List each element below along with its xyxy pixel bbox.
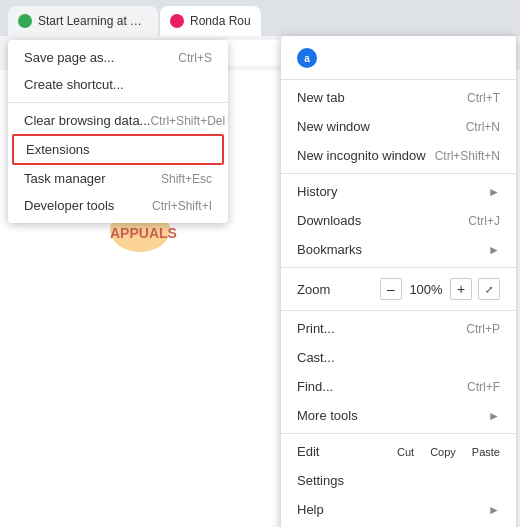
zoom-in-button[interactable]: +: [450, 278, 472, 300]
chrome-new-tab[interactable]: New tab Ctrl+T: [281, 83, 516, 112]
zoom-expand-button[interactable]: ⤢: [478, 278, 500, 300]
chrome-zoom: Zoom – 100% + ⤢: [281, 271, 516, 307]
paste-inline[interactable]: Paste: [472, 446, 500, 458]
chrome-settings[interactable]: Settings: [281, 466, 516, 495]
svg-text:APPUALS: APPUALS: [110, 225, 177, 241]
menu-divider-1: [8, 102, 228, 103]
tab-2-favicon: [170, 14, 184, 28]
chrome-divider-4: [281, 433, 516, 434]
context-create-shortcut[interactable]: Create shortcut...: [8, 71, 228, 98]
tab-1-favicon: [18, 14, 32, 28]
context-clear-browsing[interactable]: Clear browsing data... Ctrl+Shift+Del: [8, 107, 228, 134]
chrome-divider-0: [281, 79, 516, 80]
chrome-new-window[interactable]: New window Ctrl+N: [281, 112, 516, 141]
tab-2[interactable]: Ronda Rou: [160, 6, 261, 36]
chrome-divider-1: [281, 173, 516, 174]
context-menu: Save page as... Ctrl+S Create shortcut..…: [8, 40, 228, 223]
chrome-cast[interactable]: Cast...: [281, 343, 516, 372]
chrome-find[interactable]: Find... Ctrl+F: [281, 372, 516, 401]
chrome-print[interactable]: Print... Ctrl+P: [281, 314, 516, 343]
tab-bar: Start Learning at Tree Ronda Rou: [0, 0, 520, 36]
tab-1[interactable]: Start Learning at Tree: [8, 6, 158, 36]
chrome-help[interactable]: Help ►: [281, 495, 516, 524]
context-developer-tools[interactable]: Developer tools Ctrl+Shift+I: [8, 192, 228, 219]
context-extensions[interactable]: Extensions: [12, 134, 224, 165]
chrome-avatar: a: [297, 48, 317, 68]
copy-inline[interactable]: Copy: [430, 446, 456, 458]
chrome-more-tools[interactable]: More tools ►: [281, 401, 516, 430]
chrome-edit[interactable]: Edit Cut Copy Paste: [281, 437, 516, 466]
chrome-divider-3: [281, 310, 516, 311]
chrome-history[interactable]: History ►: [281, 177, 516, 206]
tab-2-label: Ronda Rou: [190, 14, 251, 28]
cut-inline[interactable]: Cut: [397, 446, 414, 458]
chrome-downloads[interactable]: Downloads Ctrl+J: [281, 206, 516, 235]
zoom-control: – 100% + ⤢: [380, 278, 500, 300]
context-task-manager[interactable]: Task manager Shift+Esc: [8, 165, 228, 192]
chrome-bookmarks[interactable]: Bookmarks ►: [281, 235, 516, 264]
chrome-menu: a New tab Ctrl+T New window Ctrl+N New i…: [281, 36, 516, 527]
chrome-divider-2: [281, 267, 516, 268]
context-save-page[interactable]: Save page as... Ctrl+S: [8, 44, 228, 71]
zoom-out-button[interactable]: –: [380, 278, 402, 300]
chrome-incognito[interactable]: New incognito window Ctrl+Shift+N: [281, 141, 516, 170]
tab-1-label: Start Learning at Tree: [38, 14, 148, 28]
chrome-menu-header: a: [281, 40, 516, 76]
